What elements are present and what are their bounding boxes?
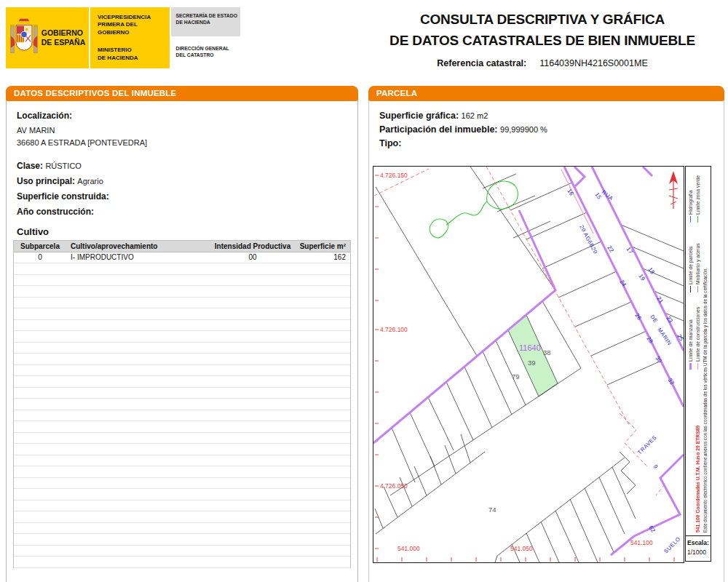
clase-label: Clase:: [17, 161, 43, 171]
legend-line-icon: [697, 216, 698, 223]
street-name-label: DE: [649, 314, 659, 324]
table-row: [14, 376, 350, 388]
datos-descriptivos-header: DATOS DESCRIPTIVOS DEL INMUEBLE: [6, 86, 358, 101]
legend-item: Límite de construcciones: [695, 292, 700, 370]
escala-box: Escala: 1/1000: [685, 536, 711, 562]
legend-line-icon: [689, 363, 692, 370]
secretaria-label: SECRETARÍA DE ESTADO DE HACIENDA: [171, 7, 241, 36]
table-row: [14, 308, 350, 320]
table-row: [14, 286, 350, 298]
map-coordinate-label: 4.726.100: [380, 326, 408, 333]
map-coordinate-label: 541.100: [630, 539, 653, 546]
table-row: [14, 511, 350, 523]
legend-rotated-content: Límite de manzanaLímite de parcelaHidrog…: [686, 167, 711, 535]
document-title-block: CONSULTA DESCRIPTIVA Y GRÁFICA DE DATOS …: [363, 9, 722, 68]
legend-item: Mobiliario y aceras: [695, 223, 700, 292]
spain-coat-of-arms-icon: [9, 15, 39, 60]
street-name-label: MARIN: [656, 327, 673, 346]
participacion-value: 99,999900 %: [500, 125, 547, 134]
table-row: [14, 263, 350, 275]
north-arrow-icon: [669, 171, 678, 209]
table-row: [14, 546, 350, 557]
cadastral-map: 4.726.1504.726.1004.726.050541.000541.05…: [373, 166, 684, 563]
page-title-line1: CONSULTA DESCRIPTIVA Y GRÁFICA: [363, 9, 722, 30]
street-number-label: 9: [652, 463, 659, 470]
table-row: [14, 275, 350, 287]
map-coordinate-label: 541.050: [510, 545, 533, 552]
street-number-label: 25: [676, 333, 684, 343]
cadastral-map-svg: 4.726.1504.726.1004.726.050541.000541.05…: [373, 167, 684, 562]
legend-line-icon: [690, 216, 691, 223]
table-row: [14, 410, 350, 422]
localizacion-line1: AV MARIN: [17, 126, 350, 135]
street-number-label: 18: [646, 266, 656, 276]
vicepresidencia-label: VICEPRESIDENCIA PRIMERA DEL GOBIERNO: [98, 14, 167, 36]
cadastral-ref-label: 11640: [519, 343, 541, 352]
street-name-label: TRAVES: [636, 434, 658, 456]
map-legend-sidebar: Límite de manzanaLímite de parcelaHidrog…: [685, 166, 711, 536]
datos-descriptivos-panel: DATOS DESCRIPTIVOS DEL INMUEBLE Localiza…: [6, 86, 358, 582]
utm-coordinates-label: 541.100 Coordenadas U.T.M. Huso 29 ETRS8…: [695, 370, 700, 533]
table-row: [14, 444, 350, 455]
zona-verde-outline: [430, 181, 518, 238]
table-row: [14, 331, 350, 343]
localizacion-label: Localización:: [17, 111, 72, 121]
parcela-header: PARCELA: [368, 86, 724, 101]
document-note-label: Este documento electrónico contiene anex…: [703, 166, 708, 533]
legend-item: Límite de parcela: [688, 223, 693, 292]
table-row: [14, 343, 350, 354]
map-labels: 4.726.1504.726.1004.726.050541.000541.05…: [380, 172, 684, 554]
datos-descriptivos-body: Localización: AV MARIN 36680 A ESTRADA […: [7, 101, 357, 568]
coordinate-ticks: [375, 175, 674, 562]
page-title-line2: DE DATOS CATASTRALES DE BIEN INMUEBLE: [363, 30, 722, 51]
logo-escudo-cell: GOBIERNO DE ESPAÑA: [6, 7, 89, 68]
table-row: [14, 320, 350, 332]
uso-value: Agrario: [77, 177, 103, 186]
legend-item: Límite de manzana: [688, 292, 693, 370]
table-row: [14, 466, 350, 478]
table-row: [14, 557, 350, 568]
table-row: [14, 534, 350, 546]
localizacion-line2: 36680 A ESTRADA [PONTEVEDRA]: [17, 138, 350, 147]
legend-item: Hidrografía: [688, 166, 693, 223]
table-row: [14, 489, 350, 501]
table-row: [14, 501, 350, 512]
cultivo-table: SubparcelaCultivo/aprovechamientoIntensi…: [13, 240, 351, 568]
parcel-number-label: 79: [512, 372, 520, 380]
legend-item: Límite zona verde: [695, 166, 700, 223]
map-coordinate-label: 4.726.050: [380, 482, 408, 490]
referencia-value: 1164039NH4216S0001ME: [539, 58, 648, 68]
table-row: [14, 354, 350, 365]
clase-value: RÚSTICO: [45, 162, 82, 170]
uso-label: Uso principal:: [17, 176, 75, 186]
logo-direccion-cell: SECRETARÍA DE ESTADO DE HACIENDA DIRECCI…: [171, 7, 241, 68]
superficie-construida-label: Superficie construida:: [17, 191, 109, 202]
table-row: [14, 523, 350, 535]
table-row: [14, 478, 350, 490]
cultivo-title: Cultivo: [17, 226, 350, 237]
table-row: [14, 421, 350, 433]
participacion-label: Participación del inmueble:: [379, 124, 498, 135]
table-row: [14, 433, 350, 445]
parcel-number-label: 39: [528, 359, 536, 367]
direccion-catastro-label: DIRECCIÓN GENERAL DEL CATASTRO: [171, 39, 241, 69]
gobierno-de-espana-label: GOBIERNO DE ESPAÑA: [41, 28, 85, 47]
table-row: [14, 455, 350, 467]
catastro-document-page: GOBIERNO DE ESPAÑA VICEPRESIDENCIA PRIME…: [0, 0, 728, 582]
map-coordinate-label: 541.000: [397, 545, 420, 552]
logo-ministerio-cell: VICEPRESIDENCIA PRIMERA DEL GOBIERNO MIN…: [90, 7, 169, 68]
tipo-label: Tipo:: [379, 138, 401, 148]
cultivo-table-header-row: SubparcelaCultivo/aprovechamientoIntensi…: [14, 241, 350, 252]
ministerio-label: MINISTERIO DE HACIENDA: [98, 47, 167, 62]
table-row: [14, 298, 350, 309]
referencia-label: Referencia catastral:: [437, 58, 526, 68]
construcciones-line: [561, 170, 593, 234]
escala-value: 1/1000: [687, 549, 706, 556]
referencia-catastral-row: Referencia catastral: 1164039NH4216S0001…: [363, 58, 722, 68]
parcel-number-label: 74: [488, 506, 496, 514]
table-row: [14, 365, 350, 377]
table-row: [14, 388, 350, 399]
map-coordinate-label: 4.726.150: [380, 172, 408, 179]
gobierno-logo: GOBIERNO DE ESPAÑA VICEPRESIDENCIA PRIME…: [6, 7, 240, 68]
street-number-label: 32: [666, 377, 676, 386]
